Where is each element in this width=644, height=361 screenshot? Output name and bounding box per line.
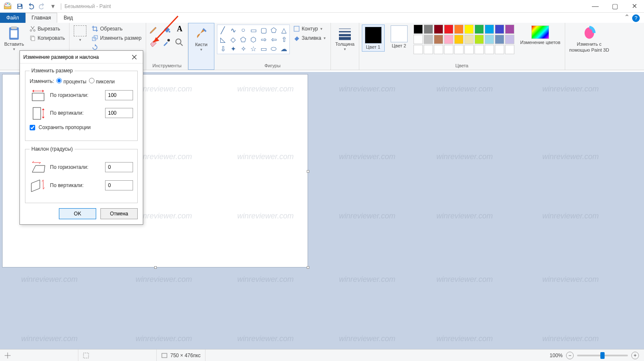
zoom-in-button[interactable]: + (631, 352, 639, 359)
tab-home[interactable]: Главная (25, 13, 58, 23)
paint3d-button[interactable]: Изменить с помощью Paint 3D (568, 25, 611, 53)
palette-color[interactable] (495, 35, 504, 44)
palette-color[interactable] (485, 45, 494, 54)
resize-vert-input[interactable] (105, 108, 133, 118)
svg-point-18 (176, 39, 181, 44)
tab-file[interactable]: Файл (0, 13, 25, 23)
group-thickness: Толщина ▼ (331, 23, 359, 70)
outline-button[interactable]: Контур▼ (291, 25, 328, 33)
keep-ratio-checkbox[interactable]: Сохранить пропорции (30, 124, 133, 130)
dialog-close-button[interactable] (129, 52, 139, 62)
color-palette[interactable] (414, 25, 514, 54)
shapes-gallery[interactable]: ╱∿○▭▢⬠△ ◺◇⬠⬡⇨⇦⇧ ⇩✦✧☆▭⬭☁ (217, 25, 290, 54)
resize-skew-dialog: Изменение размеров и наклона Изменить ра… (19, 50, 143, 225)
fill-button[interactable]: Заливка▼ (291, 34, 328, 42)
palette-color[interactable] (414, 45, 423, 54)
skew-horiz-input[interactable] (105, 162, 133, 172)
color2-button[interactable]: Цвет 2 (389, 25, 409, 49)
qat-customize-icon[interactable]: ▾ (48, 2, 58, 11)
ok-button[interactable]: OK (59, 208, 96, 219)
collapse-ribbon-icon[interactable]: ⌃ (624, 13, 630, 21)
pencil-icon[interactable] (149, 25, 160, 36)
group-colors: Цвет 1 Цвет 2 Изменение цветов Цвета (359, 23, 565, 70)
copy-button[interactable]: Копировать (28, 34, 67, 42)
palette-color[interactable] (464, 35, 474, 44)
palette-color[interactable] (505, 25, 514, 34)
bucket-icon[interactable] (161, 25, 172, 36)
palette-color[interactable] (454, 25, 464, 34)
palette-color[interactable] (475, 25, 484, 34)
close-button[interactable]: ✕ (625, 0, 644, 13)
chevron-down-icon: ▼ (12, 47, 16, 51)
palette-color[interactable] (434, 35, 443, 44)
group-paint3d: Изменить с помощью Paint 3D (565, 23, 613, 70)
palette-color[interactable] (495, 45, 504, 54)
palette-color[interactable] (475, 45, 484, 54)
dialog-title: Изменение размеров и наклона (23, 54, 99, 60)
radio-percent[interactable]: проценты (56, 78, 86, 85)
palette-color[interactable] (454, 35, 464, 44)
zoom-out-button[interactable]: − (566, 352, 574, 359)
resize-handle-s[interactable] (154, 266, 157, 269)
skew-horiz-icon (30, 160, 47, 174)
cut-button[interactable]: Вырезать (28, 25, 67, 33)
palette-color[interactable] (444, 35, 453, 44)
brushes-button[interactable]: Кисти ▼ (192, 25, 211, 52)
minimize-button[interactable]: — (586, 0, 605, 13)
palette-color[interactable] (475, 35, 484, 44)
svg-rect-26 (33, 107, 41, 119)
svg-rect-6 (18, 7, 22, 8)
separator: | (60, 3, 62, 10)
palette-color[interactable] (414, 35, 423, 44)
help-icon[interactable]: ? (632, 14, 640, 22)
tab-view[interactable]: Вид (57, 13, 79, 23)
paste-button[interactable]: Вставить ▼ (3, 25, 26, 52)
save-icon[interactable] (15, 2, 25, 11)
resize-fieldset: Изменить размер Изменить: проценты пиксе… (25, 68, 138, 141)
svg-rect-13 (31, 37, 35, 41)
palette-color[interactable] (505, 45, 514, 54)
zoom-slider[interactable] (577, 355, 628, 356)
thickness-button[interactable]: Толщина ▼ (333, 25, 356, 52)
cancel-button[interactable]: Отмена (100, 208, 138, 219)
palette-color[interactable] (464, 25, 474, 34)
palette-color[interactable] (414, 25, 423, 34)
text-icon[interactable]: A (174, 25, 185, 33)
resize-button[interactable]: Изменить размер (90, 34, 143, 42)
palette-color[interactable] (495, 25, 504, 34)
palette-color[interactable] (505, 35, 514, 44)
radio-pixels[interactable]: пиксели (89, 78, 115, 85)
palette-color[interactable] (434, 45, 443, 54)
window-title: Безымянный - Paint (64, 3, 111, 9)
resize-handle-e[interactable] (307, 170, 309, 173)
palette-color[interactable] (424, 25, 433, 34)
palette-color[interactable] (464, 45, 474, 54)
crop-button[interactable]: Обрезать (90, 25, 143, 33)
palette-color[interactable] (444, 45, 453, 54)
eraser-icon[interactable] (149, 37, 160, 49)
eyedropper-icon[interactable] (161, 37, 172, 49)
palette-color[interactable] (424, 35, 433, 44)
magnifier-icon[interactable] (174, 37, 185, 49)
undo-icon[interactable] (26, 2, 36, 11)
window-controls: — ▢ ✕ (586, 0, 644, 13)
skew-vert-input[interactable] (105, 180, 133, 190)
palette-color[interactable] (444, 25, 453, 34)
svg-rect-5 (18, 4, 21, 6)
select-button[interactable]: ▼ (72, 25, 88, 43)
resize-horiz-input[interactable] (105, 90, 133, 100)
maximize-button[interactable]: ▢ (605, 0, 625, 13)
color2-swatch (391, 25, 408, 42)
palette-color[interactable] (454, 45, 464, 54)
palette-color[interactable] (424, 45, 433, 54)
resize-handle-se[interactable] (307, 266, 309, 269)
quick-access-toolbar: ▾ (15, 2, 58, 11)
redo-icon[interactable] (37, 2, 47, 11)
palette-color[interactable] (485, 25, 494, 34)
edit-colors-button[interactable]: Изменение цветов (519, 25, 562, 46)
svg-point-4 (9, 3, 10, 5)
resize-vert-icon (30, 106, 47, 120)
palette-color[interactable] (485, 35, 494, 44)
palette-color[interactable] (434, 25, 443, 34)
color1-button[interactable]: Цвет 1 (362, 25, 385, 52)
